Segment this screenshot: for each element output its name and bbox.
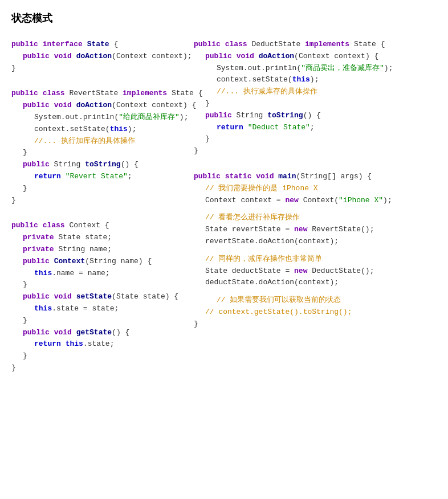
code-comment: // 我们需要操作的是 iPhone X (194, 183, 437, 195)
page-title: 状态模式 (11, 11, 437, 25)
code-line: return "Deduct State"; (194, 122, 437, 134)
code-line: } (11, 195, 194, 207)
code-line: this.name = name; (11, 268, 194, 280)
code-line: } (194, 318, 437, 330)
main-method-block: public static void main(String[] args) {… (194, 171, 437, 330)
code-line: } (194, 98, 437, 110)
code-line: } (11, 147, 194, 159)
code-line: State deductState = new DeductState(); (194, 265, 437, 277)
code-line: } (194, 133, 437, 145)
code-line: public void setState(State state) { (11, 291, 194, 303)
code-comment: // 看看怎么进行补库存操作 (194, 212, 437, 224)
code-left: public interface State { public void doA… (11, 39, 194, 382)
revert-state-block: public class RevertState implements Stat… (11, 88, 194, 206)
code-line: public interface State { (11, 39, 194, 51)
code-line: State revertState = new RevertState(); (194, 224, 437, 236)
code-line: System.out.println("给此商品补库存"); (11, 112, 194, 124)
code-line: deductState.doAction(context); (194, 277, 437, 289)
code-line: revertState.doAction(context); (194, 236, 437, 248)
code-line: System.out.println("商品卖出，准备减库存"); (194, 63, 437, 75)
code-line: } (11, 279, 194, 291)
code-line: public class DeductState implements Stat… (194, 39, 437, 51)
code-line: public void getState() { (11, 327, 194, 339)
code-line: } (11, 362, 194, 374)
code-line: public class Context { (11, 220, 194, 232)
code-line: public static void main(String[] args) { (194, 171, 437, 183)
code-line: } (11, 315, 194, 327)
code-comment: //... 执行加库存的具体操作 (11, 136, 194, 148)
code-line: private String name; (11, 244, 194, 256)
context-class-block: public class Context { private State sta… (11, 220, 194, 374)
code-line: } (194, 145, 437, 157)
interface-state-block: public interface State { public void doA… (11, 39, 194, 74)
code-line: context.setState(this); (194, 74, 437, 86)
code-line: public class RevertState implements Stat… (11, 88, 194, 100)
code-line: public void doAction(Context context); (11, 51, 194, 63)
deduct-state-block: public class DeductState implements Stat… (194, 39, 437, 157)
code-line: private State state; (11, 232, 194, 244)
code-line: public String toString() { (11, 159, 194, 171)
code-comment: // 同样的，减库存操作也非常简单 (194, 253, 437, 265)
code-right: public class DeductState implements Stat… (194, 39, 437, 382)
code-line: return "Revert State"; (11, 171, 194, 183)
code-line: this.state = state; (11, 303, 194, 315)
code-line: } (11, 350, 194, 362)
code-container: public interface State { public void doA… (11, 39, 437, 382)
code-line: public void doAction(Context context) { (194, 51, 437, 63)
code-comment: // 如果需要我们可以获取当前的状态 (194, 295, 437, 306)
code-line: public String toString() { (194, 110, 437, 122)
code-line: } (11, 63, 194, 75)
code-comment: //... 执行减库存的具体操作 (194, 86, 437, 98)
code-line: Context context = new Context("iPhone X"… (194, 195, 437, 207)
code-line: public Context(String name) { (11, 256, 194, 268)
code-line: context.setState(this); (11, 124, 194, 136)
code-line: public void doAction(Context context) { (11, 100, 194, 112)
code-line: } (11, 183, 194, 195)
code-line: return this.state; (11, 338, 194, 350)
code-comment: // context.getState().toString(); (194, 306, 437, 318)
